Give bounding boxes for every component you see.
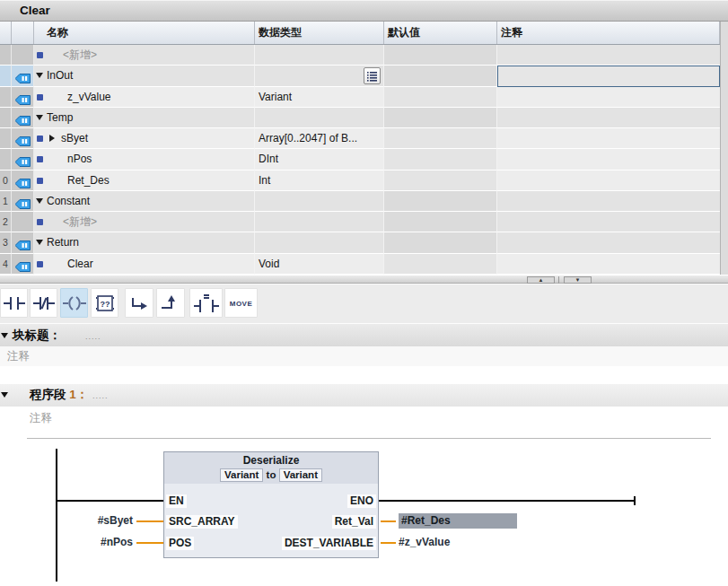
block-instruction-name[interactable]: Deserialize (164, 454, 378, 467)
default-value-cell[interactable] (384, 212, 497, 232)
variable-name[interactable]: <新增> (63, 45, 97, 65)
scroll-up-button[interactable]: ▲ (527, 276, 555, 284)
type-from-dropdown[interactable]: Variant (220, 468, 263, 482)
datatype-cell[interactable]: Int (255, 171, 384, 191)
default-value-cell[interactable] (384, 232, 497, 253)
datatype-picker-button[interactable] (364, 67, 381, 84)
collapse-block-title-icon[interactable] (1, 333, 8, 338)
variable-name[interactable]: nPos (67, 149, 92, 169)
table-row[interactable]: 0Ret_DesInt (0, 171, 728, 191)
variable-name[interactable]: <新增> (63, 212, 97, 232)
name-cell[interactable]: Temp (34, 108, 255, 128)
table-row[interactable]: sByetArray[0..2047] of B... (0, 128, 728, 149)
table-row[interactable]: z_vValueVariant (0, 87, 728, 108)
header-datatype[interactable]: 数据类型 (255, 22, 384, 44)
variable-name[interactable]: Constant (47, 191, 90, 211)
block-comment-placeholder[interactable]: 注释 (7, 349, 30, 364)
name-cell[interactable]: z_vValue (34, 87, 255, 108)
table-vertical-scroll-track[interactable] (720, 22, 728, 275)
default-value-cell[interactable] (384, 254, 497, 275)
collapse-network-icon[interactable] (1, 392, 8, 398)
collapse-section-icon[interactable] (36, 73, 43, 78)
table-row[interactable]: InOut (0, 66, 728, 86)
toolbar-contact-closed-button[interactable] (30, 288, 57, 318)
name-cell[interactable]: Return (34, 232, 255, 253)
network-comment-placeholder[interactable]: 注释 (30, 411, 52, 426)
collapse-section-icon[interactable] (36, 115, 43, 120)
deserialize-block[interactable]: Deserialize Variant to Variant ENSRC_ARR… (163, 451, 379, 558)
input-pin-en[interactable]: EN (166, 494, 187, 508)
header-comment[interactable]: 注释 (497, 22, 720, 44)
expand-array-icon[interactable] (49, 135, 55, 142)
table-row[interactable]: 3Return (0, 232, 728, 253)
scroll-down-button[interactable]: ▼ (564, 276, 592, 284)
operand-z-vvalue[interactable]: #z_vValue (399, 535, 450, 550)
name-cell[interactable]: Ret_Des (34, 171, 255, 191)
name-cell[interactable]: InOut (34, 66, 255, 86)
variable-name[interactable]: sByet (61, 128, 88, 148)
variable-name[interactable]: z_vValue (67, 87, 110, 107)
output-pin-eno[interactable]: ENO (347, 494, 376, 508)
toolbar-coil-button[interactable] (60, 288, 88, 318)
table-row[interactable]: 4ClearVoid (0, 254, 728, 275)
comment-cell[interactable] (497, 149, 720, 170)
comment-cell[interactable] (497, 108, 720, 128)
operand-npos[interactable]: #nPos (54, 535, 133, 550)
output-pin-ret_val[interactable]: Ret_Val (332, 515, 376, 529)
table-row[interactable]: 2<新增> (0, 212, 728, 232)
name-cell[interactable]: Clear (34, 254, 255, 275)
datatype-cell[interactable] (255, 45, 384, 66)
comment-cell[interactable] (497, 212, 720, 232)
comment-cell[interactable] (497, 128, 720, 149)
datatype-cell[interactable] (255, 232, 384, 253)
name-cell[interactable]: Constant (34, 191, 255, 212)
type-to-dropdown[interactable]: Variant (279, 468, 322, 482)
input-pin-src_array[interactable]: SRC_ARRAY (166, 515, 238, 529)
header-default[interactable]: 默认值 (384, 22, 497, 44)
default-value-cell[interactable] (384, 87, 497, 108)
default-value-cell[interactable] (384, 191, 497, 212)
datatype-cell[interactable] (255, 212, 384, 232)
block-comment-area[interactable]: 注释 (0, 346, 728, 366)
datatype-cell[interactable] (255, 66, 384, 86)
datatype-cell[interactable]: DInt (255, 149, 384, 170)
comment-cell[interactable] (497, 232, 720, 253)
toolbar-empty-box-button[interactable]: ?? (91, 288, 118, 318)
comment-cell[interactable] (497, 66, 720, 86)
name-cell[interactable]: nPos (34, 149, 255, 170)
toolbar-open-branch-button[interactable] (125, 288, 153, 318)
default-value-cell[interactable] (384, 149, 497, 170)
datatype-cell[interactable] (255, 191, 384, 212)
operand-sbyet[interactable]: #sByet (54, 513, 133, 529)
variable-name[interactable]: Ret_Des (67, 171, 110, 190)
collapse-section-icon[interactable] (36, 198, 43, 204)
comment-cell[interactable] (497, 45, 720, 66)
variable-name[interactable]: Return (47, 232, 79, 252)
comment-cell[interactable] (497, 87, 720, 108)
default-value-cell[interactable] (384, 66, 497, 86)
block-title-placeholder[interactable]: ..... (85, 332, 101, 341)
name-cell[interactable]: <新增> (34, 212, 255, 232)
variable-name[interactable]: Clear (67, 254, 93, 274)
default-value-cell[interactable] (384, 108, 497, 128)
operand-ret-des[interactable]: #Ret_Des (399, 513, 517, 529)
variable-name[interactable]: InOut (47, 66, 73, 85)
datatype-cell[interactable] (255, 108, 384, 128)
header-name[interactable]: 名称 (34, 22, 255, 44)
default-value-cell[interactable] (384, 128, 497, 149)
toolbar-contact-open-button[interactable] (0, 288, 28, 318)
input-pin-pos[interactable]: POS (166, 537, 194, 550)
variable-name[interactable]: Temp (47, 108, 73, 127)
output-pin-dest_variable[interactable]: DEST_VARIABLE (282, 537, 376, 550)
default-value-cell[interactable] (384, 45, 497, 66)
comment-cell[interactable] (497, 171, 720, 191)
default-value-cell[interactable] (384, 171, 497, 191)
name-cell[interactable]: <新增> (34, 45, 255, 66)
network-title-placeholder[interactable]: ..... (92, 391, 109, 400)
name-cell[interactable]: sByet (34, 128, 255, 149)
table-row[interactable]: 1Constant (0, 191, 728, 212)
toolbar-move-button[interactable]: MOVE (224, 288, 258, 318)
comment-cell[interactable] (497, 191, 720, 212)
datatype-cell[interactable]: Void (255, 254, 384, 275)
table-row[interactable]: nPosDInt (0, 149, 728, 170)
